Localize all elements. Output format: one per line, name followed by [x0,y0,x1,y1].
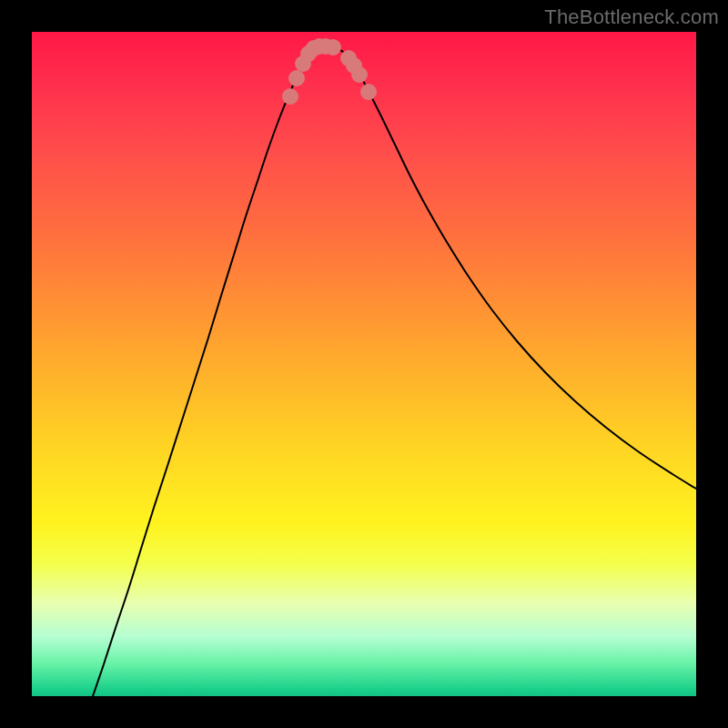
chart-frame: TheBottleneck.com [0,0,728,728]
curve-marker [282,88,298,105]
curve-marker [360,84,377,100]
chart-svg [32,32,696,696]
curve-marker [325,39,341,56]
curve-markers [282,38,377,105]
watermark-text: TheBottleneck.com [544,5,719,29]
curve-marker [351,66,368,83]
curve-marker [288,70,305,86]
chart-plot-area [32,32,696,696]
bottleneck-curve [93,46,696,696]
